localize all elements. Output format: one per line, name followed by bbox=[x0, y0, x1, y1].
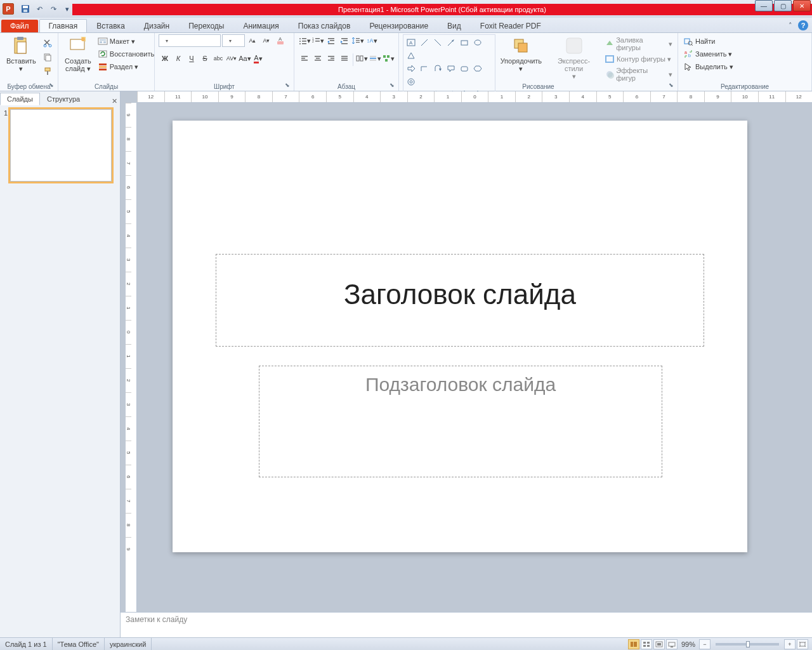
tab-animations[interactable]: Анимация bbox=[233, 19, 288, 32]
clear-formatting-button[interactable]: A bbox=[274, 34, 287, 47]
text-shadow-button[interactable]: abc bbox=[212, 52, 225, 65]
panel-tab-outline[interactable]: Структура bbox=[40, 93, 87, 105]
shape-outline-button[interactable]: Контур фигуры ▾ bbox=[603, 53, 674, 65]
convert-smartart-button[interactable]: ▾ bbox=[382, 52, 395, 65]
zoom-percent[interactable]: 99% bbox=[681, 640, 695, 648]
copy-button[interactable] bbox=[41, 51, 54, 63]
fit-to-window-button[interactable] bbox=[797, 639, 808, 649]
text-direction-button[interactable]: ↕A▾ bbox=[365, 34, 377, 47]
status-theme[interactable]: "Тема Office" bbox=[53, 638, 105, 650]
qat-customize-button[interactable]: ▾ bbox=[61, 3, 74, 15]
reset-button[interactable]: Восстановить bbox=[96, 48, 155, 60]
view-normal-button[interactable] bbox=[628, 639, 639, 649]
tab-review[interactable]: Рецензирование bbox=[360, 19, 438, 32]
font-color-button[interactable]: A▾ bbox=[252, 52, 265, 65]
subtitle-placeholder[interactable]: Подзаголовок слайда bbox=[259, 366, 662, 477]
align-center-button[interactable] bbox=[311, 52, 324, 65]
view-reading-button[interactable] bbox=[653, 639, 665, 649]
change-case-button[interactable]: Aa▾ bbox=[239, 52, 251, 65]
shape-effects-button[interactable]: Эффекты фигур ▾ bbox=[603, 66, 674, 83]
increase-indent-button[interactable] bbox=[338, 34, 351, 47]
shape-oval-icon[interactable] bbox=[471, 36, 484, 49]
shape-fill-button[interactable]: Заливка фигуры ▾ bbox=[603, 36, 674, 52]
paragraph-launcher[interactable]: ⬊ bbox=[390, 82, 397, 90]
tab-slideshow[interactable]: Показ слайдов bbox=[289, 19, 360, 32]
close-button[interactable]: ✕ bbox=[793, 0, 811, 11]
font-launcher[interactable]: ⬊ bbox=[285, 82, 292, 90]
clipboard-launcher[interactable]: ⬊ bbox=[49, 82, 56, 90]
shape-rect-icon[interactable] bbox=[458, 36, 471, 49]
zoom-slider[interactable] bbox=[716, 643, 779, 646]
new-slide-button[interactable]: Создать слайд ▾ bbox=[62, 34, 94, 74]
undo-button[interactable]: ↶ bbox=[33, 3, 46, 15]
panel-close-button[interactable]: ✕ bbox=[112, 97, 117, 105]
notes-pane[interactable]: Заметки к слайду bbox=[121, 612, 812, 637]
zoom-slider-thumb[interactable] bbox=[746, 641, 750, 647]
slide-canvas-area[interactable]: Заголовок слайда Подзаголовок слайда bbox=[137, 103, 812, 612]
quick-styles-button[interactable]: Экспресс-стили▾ bbox=[547, 34, 601, 81]
tab-transitions[interactable]: Переходы bbox=[179, 19, 233, 32]
italic-button[interactable]: К bbox=[172, 52, 185, 65]
shape-line2-icon[interactable] bbox=[431, 36, 444, 49]
layout-button[interactable]: Макет ▾ bbox=[96, 36, 155, 47]
bold-button[interactable]: Ж bbox=[159, 52, 171, 65]
save-button[interactable] bbox=[19, 3, 32, 15]
shape-callout-icon[interactable] bbox=[445, 62, 457, 75]
align-left-button[interactable] bbox=[298, 52, 311, 65]
replace-button[interactable]: ab Заменить ▾ bbox=[682, 48, 735, 60]
zoom-in-button[interactable]: + bbox=[784, 639, 796, 649]
minimize-ribbon-button[interactable]: ˄ bbox=[785, 20, 796, 30]
select-button[interactable]: Выделить ▾ bbox=[682, 61, 735, 72]
arrange-button[interactable]: Упорядочить▾ bbox=[498, 34, 544, 74]
shrink-font-button[interactable]: A▾ bbox=[260, 34, 273, 47]
status-slide-pos[interactable]: Слайд 1 из 1 bbox=[0, 638, 53, 650]
shape-rarrow-icon[interactable] bbox=[405, 62, 417, 75]
help-button[interactable]: ? bbox=[798, 20, 808, 30]
strikethrough-button[interactable]: S bbox=[199, 52, 211, 65]
underline-button[interactable]: Ч bbox=[185, 52, 198, 65]
font-size-combo[interactable] bbox=[222, 34, 245, 47]
line-spacing-button[interactable]: ▾ bbox=[351, 34, 364, 47]
minimize-button[interactable]: — bbox=[755, 0, 773, 11]
tab-design[interactable]: Дизайн bbox=[134, 19, 179, 32]
shape-triangle-icon[interactable] bbox=[405, 50, 417, 62]
align-right-button[interactable] bbox=[325, 52, 337, 65]
grow-font-button[interactable]: A▴ bbox=[246, 34, 259, 47]
paste-button[interactable]: Вставить▾ bbox=[4, 34, 39, 74]
numbering-button[interactable]: 12▾ bbox=[311, 34, 324, 47]
cut-button[interactable] bbox=[41, 37, 54, 50]
status-language[interactable]: украинский bbox=[105, 638, 152, 650]
maximize-button[interactable]: ▢ bbox=[774, 0, 792, 11]
tab-view[interactable]: Вид bbox=[438, 19, 471, 32]
shape-arrow-icon[interactable] bbox=[445, 36, 457, 49]
tab-foxit[interactable]: Foxit Reader PDF bbox=[471, 19, 551, 32]
slide-thumbnail-1[interactable] bbox=[10, 109, 112, 182]
view-sorter-button[interactable] bbox=[641, 639, 652, 649]
title-placeholder[interactable]: Заголовок слайда bbox=[216, 254, 704, 347]
tab-home[interactable]: Главная bbox=[39, 19, 88, 32]
justify-button[interactable] bbox=[338, 52, 351, 65]
shape-textbox-icon[interactable]: A bbox=[405, 36, 417, 49]
drawing-launcher[interactable]: ⬊ bbox=[669, 82, 676, 90]
shape-hex-icon[interactable] bbox=[471, 62, 484, 75]
shape-uturn-icon[interactable] bbox=[431, 62, 444, 75]
shape-elbow-icon[interactable] bbox=[418, 62, 431, 75]
slide[interactable]: Заголовок слайда Подзаголовок слайда bbox=[173, 121, 747, 552]
character-spacing-button[interactable]: AV▾ bbox=[225, 52, 238, 65]
decrease-indent-button[interactable] bbox=[325, 34, 337, 47]
columns-button[interactable]: ▾ bbox=[355, 52, 368, 65]
horizontal-ruler[interactable]: 1211109876543210123456789101112 bbox=[137, 91, 812, 103]
shape-line-icon[interactable] bbox=[418, 36, 431, 49]
redo-button[interactable]: ↷ bbox=[47, 3, 60, 15]
align-text-button[interactable]: ▾ bbox=[369, 52, 381, 65]
vertical-ruler[interactable]: 9876543210123456789 bbox=[126, 103, 137, 612]
format-painter-button[interactable] bbox=[41, 65, 54, 77]
tab-file[interactable]: Файл bbox=[1, 20, 38, 32]
find-button[interactable]: Найти bbox=[682, 36, 735, 47]
panel-tab-slides[interactable]: Слайды bbox=[0, 93, 40, 105]
bullets-button[interactable]: ▾ bbox=[298, 34, 311, 47]
font-name-combo[interactable] bbox=[159, 34, 221, 47]
view-slideshow-button[interactable] bbox=[666, 639, 678, 649]
section-button[interactable]: Раздел ▾ bbox=[96, 61, 155, 72]
shape-roundrect-icon[interactable] bbox=[458, 62, 471, 75]
